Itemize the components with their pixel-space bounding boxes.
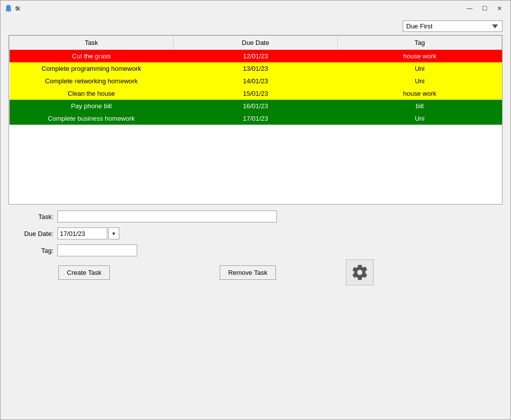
sort-row: Due FirstDue LastTagAlphabetical xyxy=(8,20,503,32)
cell-tag: house work xyxy=(338,50,502,63)
app-icon xyxy=(4,4,12,12)
table-row[interactable]: Complete programming homework13/01/23Uni xyxy=(9,62,502,75)
col-due-date: Due Date xyxy=(174,36,338,50)
due-date-label: Due Date: xyxy=(8,230,53,237)
create-task-button[interactable]: Create Task xyxy=(58,265,110,280)
cell-task: Pay phone bill xyxy=(9,100,174,112)
col-task: Task xyxy=(9,36,174,50)
table-body: Cut the grass12/01/23house workComplete … xyxy=(9,50,502,125)
cell-task: Complete programming homework xyxy=(9,62,174,75)
table-row[interactable]: Clean the house15/01/23house work xyxy=(9,87,502,100)
buttons-row: Create Task Remove Task xyxy=(8,259,503,285)
gear-icon xyxy=(351,263,369,281)
cell-due: 15/01/23 xyxy=(174,87,338,100)
settings-button[interactable] xyxy=(346,259,374,285)
title-bar: tk — ☐ ✕ xyxy=(0,0,511,16)
task-table: Task Due Date Tag Cut the grass12/01/23h… xyxy=(9,35,502,125)
table-row[interactable]: Pay phone bill16/01/23bill xyxy=(9,100,502,112)
cell-tag: Uni xyxy=(338,62,502,75)
cell-tag: bill xyxy=(338,100,502,112)
table-row[interactable]: Complete networking homework14/01/23Uni xyxy=(9,75,502,87)
col-tag: Tag xyxy=(338,36,502,50)
cell-tag: Uni xyxy=(338,75,502,87)
remove-task-button[interactable]: Remove Task xyxy=(220,265,276,280)
task-table-container: Task Due Date Tag Cut the grass12/01/23h… xyxy=(8,35,503,205)
form-area: Task: Due Date: ▼ Tag: xyxy=(8,210,503,256)
table-row[interactable]: Complete business homework17/01/23Uni xyxy=(9,112,502,125)
sort-select[interactable]: Due FirstDue LastTagAlphabetical xyxy=(403,20,503,32)
minimize-button[interactable]: — xyxy=(463,3,477,13)
tag-input[interactable] xyxy=(57,244,137,256)
tag-label: Tag: xyxy=(8,247,53,254)
date-dropdown-button[interactable]: ▼ xyxy=(108,227,119,239)
due-date-row: Due Date: ▼ xyxy=(8,227,503,239)
title-bar-controls: — ☐ ✕ xyxy=(463,3,507,13)
due-date-input[interactable] xyxy=(57,227,107,239)
tag-row: Tag: xyxy=(8,244,503,256)
maximize-button[interactable]: ☐ xyxy=(478,3,492,13)
content-area: Due FirstDue LastTagAlphabetical Task Du… xyxy=(0,16,511,420)
cell-task: Complete networking homework xyxy=(9,75,174,87)
task-label: Task: xyxy=(8,213,53,220)
window-title: tk xyxy=(15,5,20,12)
cell-due: 14/01/23 xyxy=(174,75,338,87)
task-row: Task: xyxy=(8,210,503,222)
main-window: tk — ☐ ✕ Due FirstDue LastTagAlphabetica… xyxy=(0,0,511,420)
date-wrapper: ▼ xyxy=(57,227,119,239)
cell-task: Clean the house xyxy=(9,87,174,100)
cell-tag: Uni xyxy=(338,112,502,125)
cell-due: 17/01/23 xyxy=(174,112,338,125)
close-button[interactable]: ✕ xyxy=(493,3,507,13)
cell-task: Complete business homework xyxy=(9,112,174,125)
cell-due: 13/01/23 xyxy=(174,62,338,75)
cell-task: Cut the grass xyxy=(9,50,174,63)
title-bar-left: tk xyxy=(4,4,20,12)
task-input[interactable] xyxy=(57,210,277,222)
cell-tag: house work xyxy=(338,87,502,100)
cell-due: 16/01/23 xyxy=(174,100,338,112)
table-row[interactable]: Cut the grass12/01/23house work xyxy=(9,50,502,63)
table-header-row: Task Due Date Tag xyxy=(9,36,502,50)
cell-due: 12/01/23 xyxy=(174,50,338,63)
